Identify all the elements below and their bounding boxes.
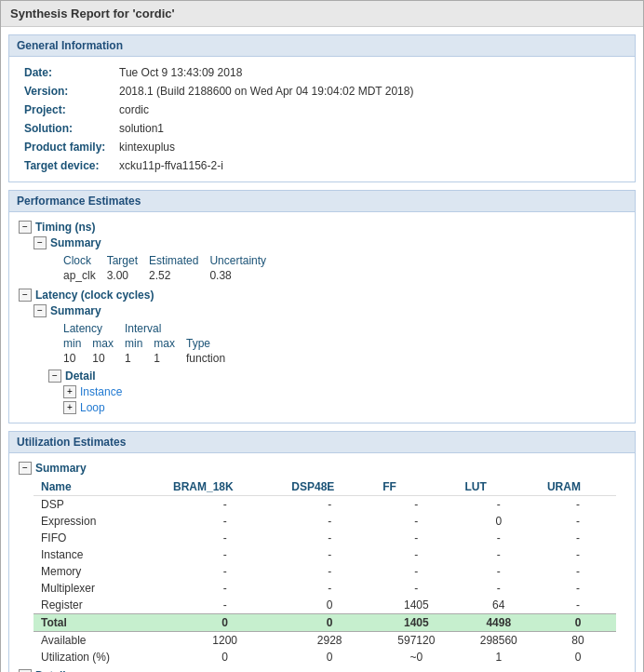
utilization-body: − Summary Name BRAM_18K DSP48E FF LUT bbox=[9, 453, 635, 672]
performance-header: Performance Estimates bbox=[9, 191, 635, 212]
project-label: Project: bbox=[20, 101, 114, 118]
util-lut-available: 298560 bbox=[458, 632, 540, 650]
latency-col-max: max bbox=[92, 336, 125, 351]
util-bram-instance: - bbox=[166, 546, 284, 563]
solution-row: Solution: solution1 bbox=[20, 120, 624, 137]
timing-summary-row: − Summary bbox=[34, 236, 625, 249]
util-ff-register: 1405 bbox=[375, 597, 457, 614]
utilization-section: Utilization Estimates − Summary Name BRA… bbox=[8, 431, 636, 672]
loop-label[interactable]: Loop bbox=[80, 401, 105, 414]
instance-collapse-icon[interactable]: + bbox=[63, 385, 76, 398]
latency-type: function bbox=[186, 351, 236, 366]
util-row-expr: Expression - - - 0 - bbox=[34, 513, 616, 530]
project-value: cordic bbox=[115, 101, 624, 118]
util-dsp-mux: - bbox=[284, 580, 375, 597]
util-name-total: Total bbox=[34, 614, 166, 632]
latency-col-interval: Interval bbox=[125, 321, 186, 336]
timing-uncertainty: 0.38 bbox=[209, 268, 277, 283]
utilization-summary-collapse-icon[interactable]: − bbox=[19, 462, 32, 475]
util-ff-total: 1405 bbox=[375, 614, 457, 632]
title-bar: Synthesis Report for 'cordic' bbox=[1, 1, 643, 27]
latency-header-row1: Latency Interval bbox=[63, 321, 236, 336]
util-lut-instance: - bbox=[458, 546, 540, 563]
util-col-name: Name bbox=[34, 478, 166, 496]
timing-clock: ap_clk bbox=[63, 268, 107, 283]
utilization-header-row: Name BRAM_18K DSP48E FF LUT URAM bbox=[34, 478, 616, 496]
latency-collapse-icon[interactable]: − bbox=[19, 289, 32, 302]
general-body: Date: Tue Oct 9 13:43:09 2018 Version: 2… bbox=[9, 57, 635, 181]
latency-summary-row: − Summary bbox=[34, 304, 625, 317]
util-col-bram: BRAM_18K bbox=[166, 478, 284, 496]
latency-max: 10 bbox=[92, 351, 125, 366]
timing-collapse-icon[interactable]: − bbox=[19, 221, 32, 234]
util-dsp-register: 0 bbox=[284, 597, 375, 614]
util-ff-expr: - bbox=[375, 513, 457, 530]
latency-table-container: Latency Interval min max min max Type bbox=[63, 321, 625, 366]
timing-table-container: Clock Target Estimated Uncertainty ap_cl… bbox=[63, 253, 625, 283]
product-value: kintexuplus bbox=[115, 139, 624, 155]
latency-col-type: Type bbox=[186, 336, 236, 351]
performance-body: − Timing (ns) − Summary Clock Tar bbox=[9, 212, 635, 423]
timing-col-estimated: Estimated bbox=[149, 253, 209, 268]
util-col-uram: URAM bbox=[540, 478, 616, 496]
util-bram-available: 1200 bbox=[166, 632, 284, 650]
util-dsp-utilization: 0 bbox=[284, 649, 375, 665]
timing-summary-collapse-icon[interactable]: − bbox=[34, 236, 47, 249]
util-row-available: Available 1200 2928 597120 298560 80 bbox=[34, 632, 616, 650]
instance-row: + Instance bbox=[63, 385, 625, 398]
timing-estimated: 2.52 bbox=[149, 268, 209, 283]
latency-data-row: 10 10 1 1 function bbox=[63, 351, 236, 366]
content-area: General Information Date: Tue Oct 9 13:4… bbox=[1, 27, 643, 672]
product-label: Product family: bbox=[20, 139, 114, 155]
general-info-table: Date: Tue Oct 9 13:43:09 2018 Version: 2… bbox=[19, 62, 625, 176]
latency-detail-label: Detail bbox=[65, 370, 96, 383]
loop-collapse-icon[interactable]: + bbox=[63, 401, 76, 414]
loop-row: + Loop bbox=[63, 401, 625, 414]
util-lut-total: 4498 bbox=[458, 614, 540, 632]
latency-interval-max: 1 bbox=[154, 351, 186, 366]
util-bram-utilization: 0 bbox=[166, 649, 284, 665]
util-uram-available: 80 bbox=[540, 632, 616, 650]
util-uram-instance: - bbox=[540, 546, 616, 563]
util-name-expr: Expression bbox=[34, 513, 166, 530]
latency-summary-collapse-icon[interactable]: − bbox=[34, 304, 47, 317]
util-ff-fifo: - bbox=[375, 530, 457, 546]
util-dsp-available: 2928 bbox=[284, 632, 375, 650]
instance-label[interactable]: Instance bbox=[80, 385, 122, 398]
version-label: Version: bbox=[20, 83, 114, 100]
general-section: General Information Date: Tue Oct 9 13:4… bbox=[8, 34, 636, 182]
utilization-summary-row: − Summary bbox=[19, 462, 625, 475]
main-window: Synthesis Report for 'cordic' General In… bbox=[0, 0, 644, 672]
date-value: Tue Oct 9 13:43:09 2018 bbox=[115, 64, 624, 81]
date-row: Date: Tue Oct 9 13:43:09 2018 bbox=[20, 64, 624, 81]
util-name-mux: Multiplexer bbox=[34, 580, 166, 597]
latency-col-type-header bbox=[186, 321, 236, 336]
util-ff-mux: - bbox=[375, 580, 457, 597]
util-lut-expr: 0 bbox=[458, 513, 540, 530]
timing-col-clock: Clock bbox=[63, 253, 107, 268]
solution-label: Solution: bbox=[20, 120, 114, 137]
latency-col-interval-min: min bbox=[125, 336, 154, 351]
util-lut-mux: - bbox=[458, 580, 540, 597]
util-uram-utilization: 0 bbox=[540, 649, 616, 665]
target-label: Target device: bbox=[20, 157, 114, 174]
latency-detail-collapse-icon[interactable]: − bbox=[48, 370, 61, 383]
utilization-header: Utilization Estimates bbox=[9, 432, 635, 453]
date-label: Date: bbox=[20, 64, 114, 81]
util-lut-dsp: - bbox=[458, 496, 540, 514]
util-bram-mux: - bbox=[166, 580, 284, 597]
util-uram-register: - bbox=[540, 597, 616, 614]
util-bram-total: 0 bbox=[166, 614, 284, 632]
timing-target: 3.00 bbox=[107, 268, 149, 283]
util-name-memory: Memory bbox=[34, 563, 166, 580]
util-ff-memory: - bbox=[375, 563, 457, 580]
timing-data-table: Clock Target Estimated Uncertainty ap_cl… bbox=[63, 253, 277, 283]
util-row-mux: Multiplexer - - - - - bbox=[34, 580, 616, 597]
general-header: General Information bbox=[9, 35, 635, 57]
util-name-instance: Instance bbox=[34, 546, 166, 563]
util-row-register: Register - 0 1405 64 - bbox=[34, 597, 616, 614]
latency-data-table: Latency Interval min max min max Type bbox=[63, 321, 236, 366]
latency-row: − Latency (clock cycles) bbox=[19, 289, 625, 302]
util-bram-memory: - bbox=[166, 563, 284, 580]
latency-header-row2: min max min max Type bbox=[63, 336, 236, 351]
